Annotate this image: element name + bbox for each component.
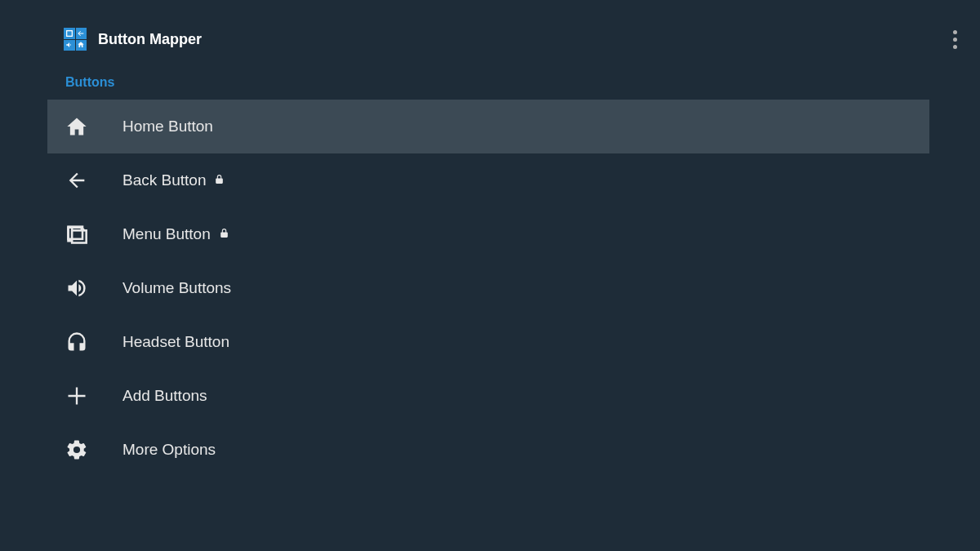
list-item-label: Home Button [122, 118, 213, 136]
section-header-buttons: Buttons [0, 75, 980, 100]
list-item-more-options[interactable]: More Options [47, 423, 929, 477]
lock-icon [219, 225, 229, 243]
svg-rect-0 [66, 30, 72, 36]
list-item-label: Back Button [122, 171, 225, 189]
volume-icon [64, 275, 90, 301]
lock-icon [214, 171, 225, 189]
overflow-menu-button[interactable] [947, 24, 964, 56]
list-item-add-buttons[interactable]: Add Buttons [47, 369, 929, 423]
list-item-headset-button[interactable]: Headset Button [47, 315, 929, 369]
home-icon [64, 113, 90, 140]
menu-icon [64, 221, 90, 247]
list-item-back-button[interactable]: Back Button [47, 153, 929, 207]
list-item-menu-button[interactable]: Menu Button [47, 207, 929, 261]
header-left: Button Mapper [64, 28, 202, 51]
list-item-home-button[interactable]: Home Button [47, 100, 929, 153]
list-item-label: Menu Button [122, 225, 229, 243]
svg-rect-1 [72, 230, 87, 242]
app-logo-icon [64, 28, 87, 51]
list-item-label: Headset Button [122, 333, 229, 351]
list-item-volume-buttons[interactable]: Volume Buttons [47, 261, 929, 315]
back-arrow-icon [64, 167, 90, 193]
headset-icon [64, 329, 90, 355]
plus-icon [64, 383, 90, 409]
list-item-label: Volume Buttons [122, 279, 231, 297]
list-item-label: More Options [122, 441, 216, 459]
main-content: Buttons Home Button Back Button Menu But… [0, 75, 980, 477]
app-header: Button Mapper [0, 0, 980, 75]
list-item-label: Add Buttons [122, 387, 207, 405]
app-title: Button Mapper [98, 31, 202, 48]
gear-icon [64, 437, 90, 463]
